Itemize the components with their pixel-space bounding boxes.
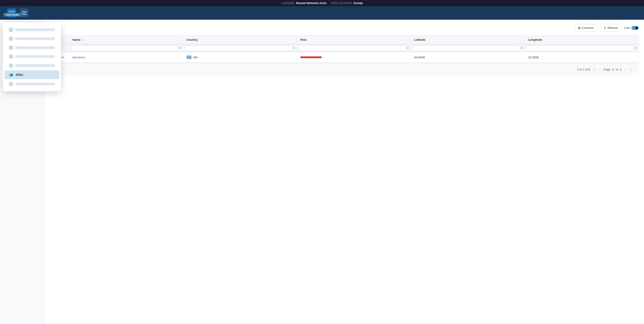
top-bar: LICENSEE Nozomi Networks Acme DATA LOCAT… bbox=[0, 0, 644, 6]
range-start: 1 bbox=[577, 68, 578, 71]
col-header-country[interactable]: Country bbox=[183, 35, 297, 44]
filter-input-risk[interactable] bbox=[298, 45, 406, 51]
col-header-longitude[interactable]: Longitude bbox=[524, 35, 638, 44]
filter-icon-latitude: ⊽ bbox=[521, 46, 523, 50]
menu-item-3[interactable] bbox=[4, 43, 59, 52]
range-total: 1 bbox=[588, 68, 590, 71]
menu-label-blur-1 bbox=[15, 28, 55, 31]
menu-icon-3 bbox=[9, 46, 13, 50]
filter-input-name[interactable] bbox=[71, 45, 178, 51]
vantage-label: VANTAGE bbox=[4, 13, 21, 16]
total-pages: 1 bbox=[620, 68, 621, 71]
licensee-label: LICENSEE bbox=[281, 1, 294, 5]
sort-asc-icon: ↑ bbox=[82, 38, 84, 41]
live-toggle-dot[interactable] bbox=[632, 26, 638, 30]
current-page: 1 bbox=[612, 68, 614, 71]
col-header-latitude[interactable]: Latitude bbox=[411, 35, 524, 44]
range-end: 1 bbox=[582, 68, 584, 71]
data-location-value: Europe bbox=[354, 1, 363, 5]
content-area: ▤ Columns ↻ Refresh Live Name bbox=[45, 20, 644, 324]
menu-icon-5 bbox=[9, 64, 13, 68]
risk-bar-container bbox=[300, 56, 327, 58]
risk-bar bbox=[300, 56, 322, 58]
col-longitude-label: Longitude bbox=[528, 38, 542, 41]
filter-cell-risk: ⊽ bbox=[297, 44, 410, 52]
col-country-label: Country bbox=[186, 38, 198, 41]
svg-rect-4 bbox=[10, 75, 11, 76]
filter-cell-country: ⊽ bbox=[183, 44, 297, 52]
filter-cell-name: ⊽ bbox=[69, 44, 183, 52]
sites-table: Name ↑ Country Risk L bbox=[50, 35, 638, 63]
toolbar: ▤ Columns ↻ Refresh Live bbox=[50, 24, 638, 31]
menu-label-blur-3 bbox=[15, 46, 55, 49]
row-name-cell: Mendrisio bbox=[69, 52, 183, 63]
next-page-button[interactable]: › bbox=[623, 67, 627, 72]
menu-item-2[interactable] bbox=[4, 34, 59, 43]
data-location-label: DATA LOCATION bbox=[331, 1, 352, 5]
menu-item-6[interactable] bbox=[4, 80, 59, 88]
live-label: Live bbox=[624, 26, 630, 29]
hamburger-bar-1 bbox=[22, 11, 27, 12]
page-label: Page bbox=[604, 68, 610, 71]
menu-label-blur-2 bbox=[15, 37, 55, 40]
hamburger-bar-2 bbox=[22, 13, 27, 13]
menu-label-blur-5 bbox=[15, 64, 55, 67]
menu-item-sites[interactable]: Sites bbox=[4, 70, 59, 79]
menu-item-sites-label: Sites bbox=[16, 73, 23, 77]
filter-input-country[interactable] bbox=[185, 45, 292, 51]
filter-input-longitude[interactable] bbox=[526, 45, 634, 51]
row-latitude-cell: 40.6439 bbox=[411, 52, 524, 63]
table-header-row: Name ↑ Country Risk L bbox=[50, 35, 638, 44]
page-of-label: of bbox=[616, 68, 618, 71]
menu-icon-6 bbox=[9, 82, 13, 86]
refresh-icon: ↻ bbox=[604, 26, 606, 29]
svg-rect-6 bbox=[10, 73, 11, 74]
country-flag: 🇬🇷 bbox=[186, 55, 191, 60]
row-risk-cell bbox=[297, 52, 410, 63]
filter-cell-longitude: ⊽ bbox=[524, 44, 638, 52]
last-page-button[interactable]: ⟫ bbox=[629, 67, 633, 72]
filter-input-latitude[interactable] bbox=[412, 45, 520, 51]
main-layout: Sites Sites Country (1) GR (1) ▤ Columns bbox=[0, 20, 644, 324]
first-page-button[interactable]: ⟪ bbox=[592, 67, 596, 72]
columns-label: Columns bbox=[582, 26, 593, 29]
range-to: to bbox=[580, 68, 582, 71]
columns-button[interactable]: ▤ Columns bbox=[574, 24, 597, 31]
licensee-value: Nozomi Networks Acme bbox=[296, 1, 326, 5]
filter-icon-name: ⊽ bbox=[179, 46, 181, 50]
prev-page-button[interactable]: ‹ bbox=[598, 67, 602, 72]
col-name-label: Name bbox=[72, 38, 80, 41]
pagination-bar: 1 to 1 of 1 ⟪ ‹ Page 1 of 1 › ⟫ bbox=[50, 63, 638, 76]
menu-icon-4 bbox=[9, 55, 13, 59]
col-latitude-label: Latitude bbox=[414, 38, 426, 41]
filter-icon-longitude: ⊽ bbox=[634, 46, 636, 50]
columns-icon: ▤ bbox=[578, 26, 580, 29]
col-risk-label: Risk bbox=[300, 38, 306, 41]
menu-label-blur-6 bbox=[15, 83, 55, 85]
site-name-link[interactable]: Mendrisio bbox=[72, 56, 85, 59]
table-body: ••• Mendrisio 🇬🇷 GR bbox=[50, 52, 638, 63]
filter-icon-country: ⊽ bbox=[293, 46, 295, 50]
menu-item-5[interactable] bbox=[4, 61, 59, 70]
data-location-info: DATA LOCATION Europe bbox=[331, 1, 363, 5]
range-of: of bbox=[585, 68, 588, 71]
refresh-label: Refresh bbox=[608, 26, 618, 29]
live-toggle[interactable]: Live bbox=[624, 26, 638, 30]
nav-bar: VANTAGE NOZOMI NETWORKS bbox=[0, 6, 644, 20]
menu-item-4[interactable] bbox=[4, 52, 59, 61]
refresh-button[interactable]: ↻ Refresh bbox=[600, 24, 622, 31]
menu-item-1[interactable] bbox=[4, 25, 59, 34]
dropdown-menu: Sites bbox=[3, 22, 61, 91]
col-header-name[interactable]: Name ↑ bbox=[69, 35, 183, 44]
menu-label-blur-4 bbox=[15, 55, 55, 58]
col-header-risk[interactable]: Risk bbox=[297, 35, 410, 44]
licensee-info: LICENSEE Nozomi Networks Acme bbox=[281, 1, 326, 5]
table-row: ••• Mendrisio 🇬🇷 GR bbox=[50, 52, 638, 63]
menu-icon-2 bbox=[9, 37, 13, 41]
hamburger-bar-3 bbox=[22, 14, 27, 15]
menu-icon-1 bbox=[9, 28, 13, 32]
sites-icon bbox=[9, 72, 14, 77]
table-filter-row: ⊽ ⊽ ⊽ bbox=[50, 44, 638, 52]
svg-rect-5 bbox=[11, 74, 13, 76]
sites-table-container: Name ↑ Country Risk L bbox=[50, 35, 638, 63]
